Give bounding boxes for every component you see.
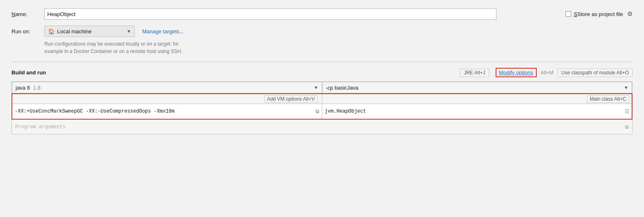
modify-shortcut-hint: Alt+M [541,70,554,76]
store-project-checkbox[interactable] [566,11,571,17]
expand-vm-icon[interactable]: ⧉ [316,108,319,114]
use-classpath-hint: Use classpath of module Alt+O [558,69,632,77]
name-label: Name: [12,11,44,17]
vm-input-row: ⧉ [12,104,322,119]
gear-icon[interactable]: ⚙ [627,10,632,18]
modify-options-area: JRE Alt+J Modify options Alt+M Use class… [460,68,632,77]
java-text: java 8 [16,85,30,91]
name-input[interactable] [44,8,496,20]
program-args-row: Program arguments ⧉ [12,120,632,134]
run-on-dropdown[interactable]: 🏠 Local machine ▼ [44,25,135,37]
main-class-hint: Main class Alt+C [587,95,629,103]
build-run-section: Build and run JRE Alt+J Modify options A… [12,68,632,134]
name-row: Name: SStore as project file ⚙ [12,8,632,20]
cp-module-dropdown[interactable]: -cp basicJava ▼ [322,82,632,93]
expand-args-icon[interactable]: ⧉ [625,124,629,130]
manage-targets-link[interactable]: Manage targets... [142,28,184,35]
main-class-hint-row: Main class Alt+C [322,94,632,104]
store-project-area: SStore as project file ⚙ [566,10,632,18]
description-text: Run configurations may be executed local… [44,40,632,55]
java-dropdown-arrow: ▼ [314,85,319,90]
main-class-area: Main class Alt+C ☷ [322,94,632,119]
build-run-header: Build and run JRE Alt+J Modify options A… [12,68,632,77]
build-run-title: Build and run [12,69,46,76]
program-args-placeholder: Program arguments [15,124,65,130]
modify-options-button[interactable]: Modify options [496,68,537,77]
main-class-input[interactable] [325,108,623,114]
run-on-row: Run on: 🏠 Local machine ▼ Manage targets… [12,25,632,37]
run-on-label: Run on: [12,28,44,35]
cp-module-arrow: ▼ [624,85,628,90]
vm-options-input[interactable] [15,108,314,114]
dropdowns-row: java 8 1.8 ▼ -cp basicJava ▼ [12,81,632,93]
vm-main-fields: Add VM options Alt+V ⧉ Main class Alt+C … [12,93,632,120]
section-divider [12,62,632,62]
main-class-input-row: ☷ [322,104,632,119]
run-on-value: Local machine [57,28,92,35]
house-icon: 🏠 [48,28,55,35]
vm-options-hint: Add VM options Alt+V [264,95,318,103]
vm-hint-row: Add VM options Alt+V [12,94,322,104]
java-version: 1.8 [33,85,41,91]
vm-options-area: Add VM options Alt+V ⧉ [12,94,322,119]
browse-main-class-icon[interactable]: ☷ [625,108,629,114]
store-project-label: SStore as project file [574,11,623,17]
run-on-arrow-icon: ▼ [127,29,131,34]
java-dropdown[interactable]: java 8 1.8 ▼ [12,82,322,93]
jre-hint: JRE Alt+J [460,69,489,77]
cp-module-value: -cp basicJava [326,85,358,91]
